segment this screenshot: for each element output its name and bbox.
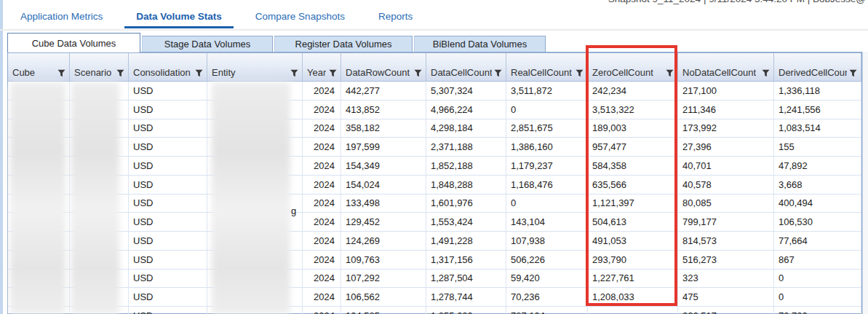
- table-row[interactable]: USD2024106,5621,278,74470,2361,208,03347…: [8, 288, 861, 307]
- column-label: Year: [307, 67, 326, 78]
- table-row[interactable]: USD2024413,8524,966,22403,513,322211,346…: [8, 101, 861, 119]
- vertical-scrollbar[interactable]: [862, 52, 868, 314]
- cell-dataCell: 4,298,184: [426, 119, 506, 138]
- cell-dataCell: 5,307,324: [426, 82, 506, 100]
- cell-zeroCell: 635,566: [588, 176, 678, 194]
- funnel-icon[interactable]: [849, 69, 857, 77]
- cell-dataCell: 1,255,020: [426, 307, 506, 314]
- main-tab-data-volume-stats[interactable]: Data Volume Stats: [124, 6, 234, 28]
- table-row[interactable]: USD2024358,1824,298,1842,851,675189,0031…: [8, 119, 861, 138]
- cell-consolidation: USD: [129, 213, 207, 231]
- cell-dataCell: 1,852,188: [426, 157, 506, 175]
- cell-noDataCell: 40,578: [678, 176, 774, 194]
- funnel-icon[interactable]: [57, 69, 65, 77]
- cell-realCell: 70,236: [506, 288, 588, 306]
- main-tab-compare-snapshots[interactable]: Compare Snapshots: [244, 6, 357, 28]
- window-left-edge: [0, 0, 3, 314]
- column-header-datarowcount[interactable]: DataRowCount: [341, 53, 426, 81]
- cell-zeroCell: 1,208,033: [588, 288, 678, 306]
- sub-tab-stage-data-volumes[interactable]: Stage Data Volumes: [142, 36, 273, 52]
- column-header-datacellcount[interactable]: DataCellCount: [426, 53, 506, 81]
- app-window: Snapshot 9_11_2024 | 9/11/2024 5:44:20 P…: [0, 0, 868, 314]
- column-label: NoDataCellCount: [682, 67, 756, 78]
- column-label: DataCellCount: [431, 67, 492, 78]
- cell-noDataCell: 323: [678, 270, 774, 288]
- redacted-cube-values: [10, 82, 65, 314]
- cell-consolidation: USD: [129, 138, 207, 156]
- table-row[interactable]: USD2024442,2775,307,3243,511,872242,2342…: [8, 82, 861, 101]
- cell-realCell: 143,104: [506, 213, 588, 231]
- cell-realCell: 1,168,476: [506, 176, 588, 194]
- cell-year: 2024: [303, 138, 341, 156]
- cell-derivedCell: 0: [774, 270, 861, 288]
- funnel-icon[interactable]: [329, 69, 337, 77]
- table-row[interactable]: USD2024154,0241,848,2881,168,476635,5664…: [8, 176, 861, 195]
- cell-realCell: 107,938: [506, 232, 588, 250]
- cell-consolidation: USD: [129, 176, 207, 194]
- column-header-derivedcellcount[interactable]: DerivedCellCount: [774, 53, 861, 81]
- funnel-icon[interactable]: [290, 69, 298, 77]
- cell-realCell: 0: [506, 101, 588, 119]
- cell-dataCell: 1,317,156: [426, 251, 506, 269]
- grid-rows-area: USD2024442,2775,307,3243,511,872242,2342…: [8, 82, 861, 314]
- cell-noDataCell: 173,992: [678, 119, 774, 138]
- column-header-zerocellcount[interactable]: ZeroCellCount: [588, 53, 678, 81]
- cell-year: 2024: [303, 195, 341, 213]
- cell-zeroCell: 3,513,322: [588, 101, 678, 119]
- data-volume-grid: CubeScenarioConsolidationEntityYearDataR…: [7, 52, 862, 314]
- column-header-consolidation[interactable]: Consolidation: [129, 53, 207, 81]
- sub-tab-biblend-data-volumes[interactable]: BiBlend Data Volumes: [414, 36, 546, 52]
- table-row[interactable]: USD2024133,4981,601,97601,121,39780,0854…: [8, 195, 861, 213]
- table-row[interactable]: USD2024104,5851,255,020787,104226,51772,…: [8, 307, 861, 314]
- sub-tab-register-data-volumes[interactable]: Register Data Volumes: [274, 36, 413, 52]
- table-row[interactable]: USD2024124,2691,491,228107,938491,053814…: [8, 232, 861, 251]
- cell-consolidation: USD: [129, 101, 207, 119]
- cell-derivedCell: 1,241,556: [774, 101, 861, 119]
- column-label: DerivedCellCount: [779, 67, 847, 78]
- funnel-icon[interactable]: [494, 69, 502, 77]
- column-label: Cube: [12, 67, 35, 78]
- funnel-icon[interactable]: [116, 69, 124, 77]
- column-header-nodatacellcount[interactable]: NoDataCellCount: [678, 53, 774, 81]
- column-header-realcellcount[interactable]: RealCellCount: [506, 53, 588, 81]
- cell-noDataCell: 516,273: [678, 251, 774, 269]
- cell-dataCell: 1,601,976: [426, 195, 506, 213]
- cell-consolidation: USD: [129, 251, 207, 269]
- cell-derivedCell: 0: [774, 288, 861, 306]
- column-header-scenario[interactable]: Scenario: [70, 53, 129, 81]
- cell-consolidation: USD: [129, 232, 207, 250]
- main-tab-reports[interactable]: Reports: [367, 6, 424, 28]
- column-label: Scenario: [74, 67, 111, 78]
- cell-dataRow: 197,599: [341, 138, 426, 156]
- column-header-cube[interactable]: Cube: [8, 53, 70, 81]
- funnel-icon[interactable]: [414, 69, 422, 77]
- table-row[interactable]: USD2024197,5992,371,1881,386,160957,4772…: [8, 138, 861, 157]
- cell-dataCell: 1,848,288: [426, 176, 506, 194]
- cell-derivedCell: 155: [774, 138, 861, 156]
- cell-dataCell: 1,278,744: [426, 288, 506, 306]
- table-row[interactable]: USD2024107,2921,287,50459,4201,227,76132…: [8, 270, 861, 289]
- cell-year: 2024: [303, 232, 341, 250]
- column-header-entity[interactable]: Entity: [207, 53, 303, 81]
- cell-noDataCell: 40,701: [678, 157, 774, 175]
- column-header-year[interactable]: Year: [303, 53, 341, 81]
- cell-dataRow: 358,182: [341, 119, 426, 138]
- main-tab-application-metrics[interactable]: Application Metrics: [9, 6, 114, 28]
- sub-tab-cube-data-volumes[interactable]: Cube Data Volumes: [7, 33, 140, 52]
- table-row[interactable]: USD2024129,4521,553,424143,104504,613799…: [8, 213, 861, 232]
- cell-year: 2024: [303, 176, 341, 194]
- funnel-icon[interactable]: [195, 69, 203, 77]
- table-row[interactable]: USD2024109,7631,317,156506,226293,790516…: [8, 251, 861, 270]
- funnel-icon[interactable]: [666, 69, 674, 77]
- cell-dataCell: 1,287,504: [426, 270, 506, 288]
- cell-consolidation: USD: [129, 82, 207, 100]
- funnel-icon[interactable]: [762, 69, 770, 77]
- cell-dataRow: 129,452: [341, 213, 426, 231]
- table-row[interactable]: USD2024154,3491,852,1881,179,237584,3584…: [8, 157, 861, 176]
- funnel-icon[interactable]: [576, 69, 584, 77]
- column-label: RealCellCount: [511, 67, 572, 78]
- entity-name-fragment: g: [291, 202, 301, 219]
- cell-year: 2024: [303, 213, 341, 231]
- cell-dataCell: 4,966,224: [426, 101, 506, 119]
- cell-dataRow: 124,269: [341, 232, 426, 250]
